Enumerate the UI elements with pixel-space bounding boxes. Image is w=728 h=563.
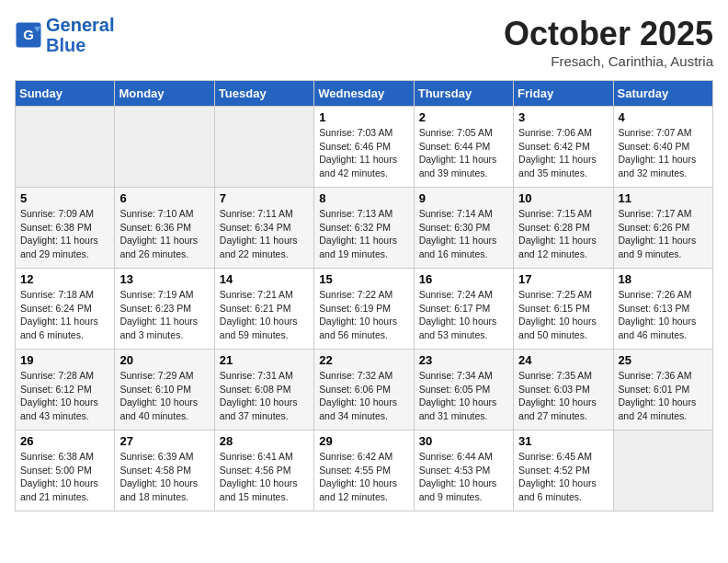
calendar-cell: 31Sunrise: 6:45 AM Sunset: 4:52 PM Dayli… <box>514 431 613 511</box>
weekday-header-friday: Friday <box>514 81 613 107</box>
day-info: Sunrise: 7:22 AM Sunset: 6:19 PM Dayligh… <box>319 288 408 342</box>
weekday-header-sunday: Sunday <box>16 81 115 107</box>
day-number: 9 <box>419 191 508 205</box>
calendar-cell <box>16 107 115 188</box>
logo-text: General Blue <box>46 15 114 55</box>
calendar-week-row: 19Sunrise: 7:28 AM Sunset: 6:12 PM Dayli… <box>16 350 713 431</box>
calendar-cell: 16Sunrise: 7:24 AM Sunset: 6:17 PM Dayli… <box>414 269 513 350</box>
calendar-cell: 21Sunrise: 7:31 AM Sunset: 6:08 PM Dayli… <box>214 350 313 431</box>
day-number: 13 <box>119 272 209 286</box>
calendar-cell: 18Sunrise: 7:26 AM Sunset: 6:13 PM Dayli… <box>613 269 712 350</box>
page-header: G General Blue October 2025 Fresach, Car… <box>15 15 713 69</box>
day-number: 18 <box>619 272 708 286</box>
calendar-cell: 27Sunrise: 6:39 AM Sunset: 4:58 PM Dayli… <box>115 431 214 511</box>
day-info: Sunrise: 7:18 AM Sunset: 6:24 PM Dayligh… <box>20 288 109 342</box>
day-number: 27 <box>119 434 209 448</box>
calendar-week-row: 12Sunrise: 7:18 AM Sunset: 6:24 PM Dayli… <box>16 269 713 350</box>
calendar-cell: 25Sunrise: 7:36 AM Sunset: 6:01 PM Dayli… <box>613 350 712 431</box>
logo-line1: General <box>46 15 114 35</box>
title-block: October 2025 Fresach, Carinthia, Austria <box>504 15 713 69</box>
day-info: Sunrise: 7:19 AM Sunset: 6:23 PM Dayligh… <box>119 288 209 342</box>
calendar-cell: 11Sunrise: 7:17 AM Sunset: 6:26 PM Dayli… <box>613 188 712 269</box>
day-number: 22 <box>319 353 408 367</box>
day-number: 10 <box>518 191 608 205</box>
day-number: 19 <box>20 353 109 367</box>
weekday-header-thursday: Thursday <box>414 81 513 107</box>
calendar-cell: 9Sunrise: 7:14 AM Sunset: 6:30 PM Daylig… <box>414 188 513 269</box>
calendar-cell: 30Sunrise: 6:44 AM Sunset: 4:53 PM Dayli… <box>414 431 513 511</box>
day-info: Sunrise: 6:38 AM Sunset: 5:00 PM Dayligh… <box>20 450 109 504</box>
weekday-header-saturday: Saturday <box>613 81 712 107</box>
day-info: Sunrise: 7:05 AM Sunset: 6:44 PM Dayligh… <box>419 126 508 180</box>
day-info: Sunrise: 6:45 AM Sunset: 4:52 PM Dayligh… <box>518 450 608 504</box>
calendar-cell: 24Sunrise: 7:35 AM Sunset: 6:03 PM Dayli… <box>514 350 613 431</box>
day-number: 25 <box>619 353 708 367</box>
day-info: Sunrise: 7:06 AM Sunset: 6:42 PM Dayligh… <box>518 126 608 180</box>
weekday-header-wednesday: Wednesday <box>314 81 414 107</box>
day-number: 8 <box>319 191 408 205</box>
day-number: 23 <box>419 353 508 367</box>
calendar-cell: 15Sunrise: 7:22 AM Sunset: 6:19 PM Dayli… <box>314 269 414 350</box>
location-subtitle: Fresach, Carinthia, Austria <box>504 53 713 69</box>
day-info: Sunrise: 7:26 AM Sunset: 6:13 PM Dayligh… <box>619 288 708 342</box>
day-number: 2 <box>419 110 508 124</box>
calendar-cell: 6Sunrise: 7:10 AM Sunset: 6:36 PM Daylig… <box>115 188 214 269</box>
logo-line2: Blue <box>46 35 85 55</box>
day-number: 15 <box>319 272 408 286</box>
day-number: 12 <box>20 272 109 286</box>
day-info: Sunrise: 7:32 AM Sunset: 6:06 PM Dayligh… <box>319 369 408 423</box>
calendar-cell: 1Sunrise: 7:03 AM Sunset: 6:46 PM Daylig… <box>314 107 414 188</box>
calendar-cell <box>115 107 214 188</box>
day-number: 4 <box>619 110 708 124</box>
calendar-cell: 10Sunrise: 7:15 AM Sunset: 6:28 PM Dayli… <box>514 188 613 269</box>
calendar-cell: 29Sunrise: 6:42 AM Sunset: 4:55 PM Dayli… <box>314 431 414 511</box>
day-info: Sunrise: 6:42 AM Sunset: 4:55 PM Dayligh… <box>319 450 408 504</box>
day-number: 17 <box>518 272 608 286</box>
day-number: 16 <box>419 272 508 286</box>
day-number: 20 <box>119 353 209 367</box>
day-info: Sunrise: 6:39 AM Sunset: 4:58 PM Dayligh… <box>119 450 209 504</box>
day-number: 28 <box>220 434 309 448</box>
day-info: Sunrise: 7:15 AM Sunset: 6:28 PM Dayligh… <box>518 207 608 261</box>
day-info: Sunrise: 7:21 AM Sunset: 6:21 PM Dayligh… <box>220 288 309 342</box>
calendar-cell: 14Sunrise: 7:21 AM Sunset: 6:21 PM Dayli… <box>214 269 313 350</box>
day-info: Sunrise: 7:03 AM Sunset: 6:46 PM Dayligh… <box>319 126 408 180</box>
day-info: Sunrise: 7:11 AM Sunset: 6:34 PM Dayligh… <box>220 207 309 261</box>
calendar-week-row: 26Sunrise: 6:38 AM Sunset: 5:00 PM Dayli… <box>16 431 713 511</box>
day-number: 6 <box>119 191 209 205</box>
calendar-cell: 17Sunrise: 7:25 AM Sunset: 6:15 PM Dayli… <box>514 269 613 350</box>
weekday-header-row: SundayMondayTuesdayWednesdayThursdayFrid… <box>16 81 713 107</box>
calendar-week-row: 5Sunrise: 7:09 AM Sunset: 6:38 PM Daylig… <box>16 188 713 269</box>
day-number: 21 <box>220 353 309 367</box>
day-number: 26 <box>20 434 109 448</box>
weekday-header-monday: Monday <box>115 81 214 107</box>
calendar-cell <box>613 431 712 511</box>
day-info: Sunrise: 6:41 AM Sunset: 4:56 PM Dayligh… <box>220 450 309 504</box>
day-info: Sunrise: 7:09 AM Sunset: 6:38 PM Dayligh… <box>20 207 109 261</box>
day-number: 3 <box>518 110 608 124</box>
day-number: 30 <box>419 434 508 448</box>
day-info: Sunrise: 7:17 AM Sunset: 6:26 PM Dayligh… <box>619 207 708 261</box>
calendar-cell: 19Sunrise: 7:28 AM Sunset: 6:12 PM Dayli… <box>16 350 115 431</box>
logo-icon: G <box>15 21 42 49</box>
day-info: Sunrise: 7:25 AM Sunset: 6:15 PM Dayligh… <box>518 288 608 342</box>
day-info: Sunrise: 7:07 AM Sunset: 6:40 PM Dayligh… <box>619 126 708 180</box>
calendar-cell: 13Sunrise: 7:19 AM Sunset: 6:23 PM Dayli… <box>115 269 214 350</box>
logo: G General Blue <box>15 15 114 55</box>
day-info: Sunrise: 7:10 AM Sunset: 6:36 PM Dayligh… <box>119 207 209 261</box>
day-info: Sunrise: 7:24 AM Sunset: 6:17 PM Dayligh… <box>419 288 508 342</box>
day-number: 7 <box>220 191 309 205</box>
svg-text:G: G <box>23 27 34 42</box>
calendar-cell: 28Sunrise: 6:41 AM Sunset: 4:56 PM Dayli… <box>214 431 313 511</box>
calendar-cell: 26Sunrise: 6:38 AM Sunset: 5:00 PM Dayli… <box>16 431 115 511</box>
calendar-cell: 12Sunrise: 7:18 AM Sunset: 6:24 PM Dayli… <box>16 269 115 350</box>
day-info: Sunrise: 7:29 AM Sunset: 6:10 PM Dayligh… <box>119 369 209 423</box>
day-info: Sunrise: 7:31 AM Sunset: 6:08 PM Dayligh… <box>220 369 309 423</box>
calendar-week-row: 1Sunrise: 7:03 AM Sunset: 6:46 PM Daylig… <box>16 107 713 188</box>
calendar-cell: 4Sunrise: 7:07 AM Sunset: 6:40 PM Daylig… <box>613 107 712 188</box>
day-number: 1 <box>319 110 408 124</box>
calendar-table: SundayMondayTuesdayWednesdayThursdayFrid… <box>15 80 713 511</box>
calendar-cell: 20Sunrise: 7:29 AM Sunset: 6:10 PM Dayli… <box>115 350 214 431</box>
day-number: 29 <box>319 434 408 448</box>
day-info: Sunrise: 7:35 AM Sunset: 6:03 PM Dayligh… <box>518 369 608 423</box>
